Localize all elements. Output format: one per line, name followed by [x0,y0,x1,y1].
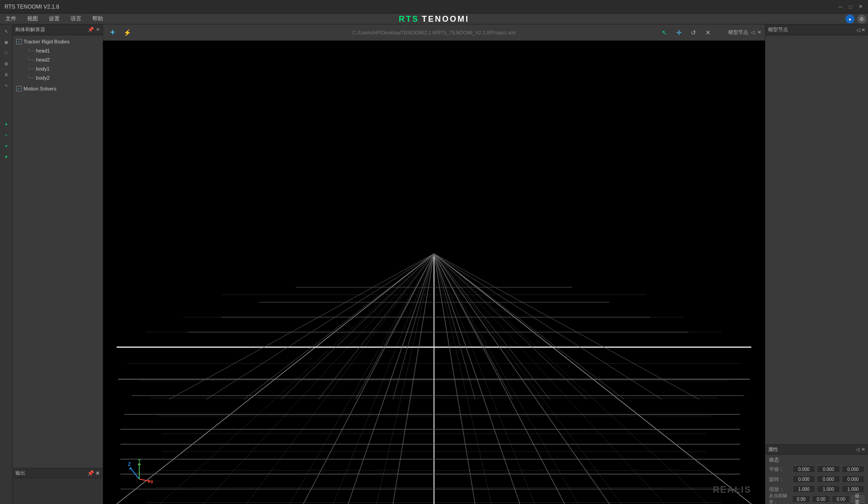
cursor-icon[interactable]: ↖ [1,26,11,36]
window-controls: ─ □ ✕ [837,4,863,10]
axis-indicator: Z X Y [126,459,153,486]
menu-language[interactable]: 语言 [69,14,83,24]
translate-x[interactable]: 0.000 [793,466,815,473]
rotate-z[interactable]: 0.000 [842,475,864,483]
props-header: 属性 ◁ ✕ [765,445,868,455]
svg-line-36 [130,468,139,479]
toolbar-right: ↖ ✛ ↺ ✕ 模型节点 ◁ ✕ [659,27,761,38]
scale-x[interactable]: 1.000 [793,485,815,493]
left-icon-bar: ↖ ▦ □ ⊞ ≡ ∿ ✦ ✧ ✶ ✷ [0,24,13,504]
sidebar: 刚体和解算器 📌 ✕ ✓ Tracker Rigid Bodies └─ hea… [13,24,103,504]
watermark: REALIS [713,485,751,495]
right-panel-header: 模型节点 ◁ ✕ [765,24,868,35]
tracker-rigid-bodies-item[interactable]: ✓ Tracker Rigid Bodies [13,37,103,46]
layers-icon[interactable]: ≡ [1,70,11,80]
close-btn[interactable]: ✕ [857,4,863,10]
svg-text:X: X [151,480,153,485]
tracker-label: Tracker Rigid Bodies [24,39,70,44]
head2-label: head2 [36,57,50,62]
from-axis-row: 从当前轴开： 0.00 0.00 0.00 设置 [765,494,868,504]
settings-icon[interactable]: ⚙ [857,14,866,24]
tree-item-body2[interactable]: └─ body2 [13,73,103,82]
menu-file[interactable]: 文件 [4,14,18,24]
scale-label: 缩放： [769,486,791,493]
output-title: 输出 [15,470,25,476]
output-close-btn[interactable]: ✕ [95,470,100,476]
output-pin-btn[interactable]: 📌 [87,470,94,476]
figure3-icon[interactable]: ✶ [1,141,11,151]
figure-icon[interactable]: ✦ [1,119,11,129]
translate-z[interactable]: 0.000 [842,466,864,473]
viewport[interactable]: Z X Y REALIS [103,41,765,504]
viewport-container: + ⚡ C:/Users/HP/Desktop/TENOOMI2.1.8/RTS… [103,24,765,504]
motion-solvers-checkbox[interactable]: ✓ [16,86,22,91]
wave-icon[interactable]: ∿ [1,81,11,90]
restore-btn[interactable]: □ [847,4,854,10]
right-panel-expand-btn[interactable]: ◁ [856,27,860,33]
output-controls: 📌 ✕ [87,470,100,476]
model-node-label: 模型节点 [728,29,748,36]
sidebar-close-btn[interactable]: ✕ [96,27,100,33]
minimize-btn[interactable]: ─ [837,4,844,10]
add-btn[interactable]: + [107,27,118,38]
tree-item-body1[interactable]: └─ body1 [13,64,103,73]
tracker-checkbox[interactable]: ✓ [16,39,22,44]
motion-solvers-item[interactable]: ✓ Motion Solvers [13,84,103,93]
select-tool-btn[interactable]: ↖ [659,27,670,38]
right-panel-close-btn[interactable]: ✕ [861,27,865,33]
toolbar-settings-btn[interactable]: ✕ [757,29,761,35]
top-right-icons: ● ⚙ [845,14,866,24]
menu-view[interactable]: 视图 [25,14,40,24]
menu-help[interactable]: 帮助 [90,14,105,24]
toolbar-expand-btn[interactable]: ◁ [751,29,755,35]
toolbar: + ⚡ C:/Users/HP/Desktop/TENOOMI2.1.8/RTS… [103,24,765,41]
from-axis-z[interactable]: 0.00 [832,495,850,503]
scale-tool-btn[interactable]: ✕ [702,27,714,38]
sidebar-pin-btn[interactable]: 📌 [88,27,94,33]
svg-text:Y: Y [138,459,141,463]
menu-settings[interactable]: 设置 [47,14,61,24]
main-layout: ↖ ▦ □ ⊞ ≡ ∿ ✦ ✧ ✶ ✷ 刚体和解算器 📌 ✕ ✓ Tracker… [0,24,868,504]
sidebar-title: 刚体和解算器 [15,26,45,33]
props-expand-btn[interactable]: ◁ [856,447,859,452]
translate-row: 平移： 0.000 0.000 0.000 [765,464,868,474]
from-axis-y[interactable]: 0.00 [812,495,830,503]
props-section: 属性 ◁ ✕ 状态 平移： 0.000 0.000 0.000 旋转： 0.00… [765,444,868,504]
state-section-title: 状态 [765,455,868,464]
body1-label: body1 [36,66,50,71]
figure2-icon[interactable]: ✧ [1,130,11,140]
move-tool-btn[interactable]: ✛ [673,27,685,38]
right-panel: 模型节点 ◁ ✕ 属性 ◁ ✕ 状态 平移： 0.000 0.000 [765,24,868,504]
menu-bar: 文件 视图 设置 语言 帮助 [0,14,868,24]
box-icon[interactable]: □ [1,48,11,58]
tree-item-head1[interactable]: └─ head1 [13,46,103,55]
output-panel: 输出 📌 ✕ [13,468,103,504]
right-panel-title: 模型节点 [768,26,788,33]
grid-icon[interactable]: ⊞ [1,59,11,69]
figure4-icon[interactable]: ✷ [1,152,11,162]
rotate-x[interactable]: 0.000 [793,475,815,483]
output-header: 输出 📌 ✕ [13,468,103,478]
rotate-tool-btn[interactable]: ↺ [688,27,699,38]
rotate-y[interactable]: 0.000 [817,475,840,483]
scale-z[interactable]: 1.000 [842,485,864,493]
head1-label: head1 [36,48,50,53]
translate-label: 平移： [769,466,791,473]
set-axis-button[interactable]: 设置 [852,495,864,503]
from-axis-x[interactable]: 0.00 [792,495,810,503]
app-title-text: RTS TENOOMI V2.1.8 [5,4,59,10]
checkerboard-icon[interactable]: ▦ [1,37,11,47]
toolbar-left: + ⚡ [107,27,133,38]
figure-tool-btn[interactable]: ⚡ [121,27,133,38]
title-bar: RTS TENOOMI V2.1.8 ─ □ ✕ [0,0,868,14]
network-icon[interactable]: ● [845,14,854,24]
translate-y[interactable]: 0.000 [817,466,840,473]
motion-solvers-label: Motion Solvers [24,86,57,91]
scale-y[interactable]: 1.000 [817,485,840,493]
sidebar-header: 刚体和解算器 📌 ✕ [13,24,103,35]
grid-svg [103,41,765,504]
body2-label: body2 [36,75,50,81]
props-close-btn[interactable]: ✕ [861,447,865,452]
tree-item-head2[interactable]: └─ head2 [13,55,103,64]
rotate-label: 旋转： [769,476,791,483]
